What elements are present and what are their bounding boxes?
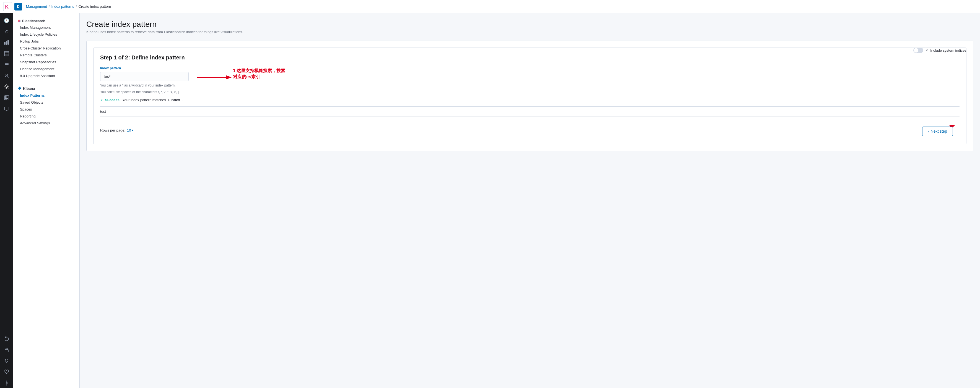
success-label: Success!: [105, 98, 121, 102]
lock-icon[interactable]: [2, 345, 12, 355]
content-area: Create index pattern Kibana uses index p…: [80, 13, 980, 388]
sidebar: Elasticsearch Index Management Index Lif…: [13, 13, 80, 388]
kibana-section-title: ❖ Kibana: [13, 84, 80, 92]
svg-rect-16: [5, 98, 8, 99]
table-row: test: [100, 107, 959, 117]
svg-rect-10: [5, 64, 9, 65]
svg-rect-9: [5, 63, 9, 63]
breadcrumb: Management / Index patterns / Create ind…: [26, 5, 111, 9]
sidebar-item-index-lifecycle-policies[interactable]: Index Lifecycle Policies: [13, 31, 80, 38]
kibana-title: Kibana: [23, 87, 35, 91]
step-title: Step 1 of 2: Define index pattern: [100, 54, 959, 61]
content-panel: ✕ Include system indices Step 1 of 2: De…: [86, 41, 974, 151]
system-indices-toggle[interactable]: [913, 48, 923, 53]
rows-value: 10: [127, 128, 131, 132]
sidebar-item-spaces[interactable]: Spaces: [13, 106, 80, 113]
system-indices-label: Include system indices: [930, 48, 966, 52]
kibana-icon: ❖: [18, 86, 21, 91]
sidebar-item-index-patterns[interactable]: Index Patterns: [13, 92, 80, 99]
annotation-arrow-1: [194, 69, 277, 91]
page-subtitle: Kibana uses index patterns to retrieve d…: [86, 30, 974, 34]
elasticsearch-title: Elasticsearch: [22, 19, 45, 23]
field-hint-2: You can't use spaces or the characters \…: [100, 90, 959, 95]
success-message: ✓ Success! Your index pattern matches 1 …: [100, 98, 959, 102]
sidebar-item-rollup-jobs[interactable]: Rollup Jobs: [13, 38, 80, 45]
breadcrumb-sep-2: /: [76, 5, 77, 9]
monitor-icon[interactable]: [2, 104, 12, 114]
user-icon[interactable]: [2, 71, 12, 81]
rows-label: Rows per page:: [100, 128, 125, 132]
success-check-icon: ✓: [100, 98, 103, 102]
main-layout: 🕐 ⊙: [0, 13, 980, 388]
field-label: Index pattern: [100, 67, 959, 70]
svg-rect-3: [6, 41, 7, 44]
annotation-1-container: 1 这里支持模糊搜索，搜索对应的es索引: [194, 69, 277, 92]
sidebar-item-upgrade-assistant[interactable]: 8.0 Upgrade Assistant: [13, 73, 80, 79]
icon-rail: 🕐 ⊙: [0, 13, 13, 388]
breadcrumb-management[interactable]: Management: [26, 5, 47, 9]
canvas-icon[interactable]: [2, 93, 12, 103]
sidebar-item-reporting[interactable]: Reporting: [13, 113, 80, 120]
next-step-button[interactable]: › Next step: [922, 127, 953, 136]
input-row: 1 这里支持模糊搜索，搜索对应的es索引: [100, 72, 959, 81]
refresh-icon[interactable]: [2, 334, 12, 344]
svg-text:K: K: [5, 4, 9, 10]
sidebar-item-remote-clusters[interactable]: Remote Clusters: [13, 52, 80, 59]
sidebar-item-saved-objects[interactable]: Saved Objects: [13, 99, 80, 106]
system-indices-toggle-area: ✕ Include system indices: [913, 48, 966, 53]
sidebar-item-cross-cluster-replication[interactable]: Cross-Cluster Replication: [13, 45, 80, 52]
chevron-down-icon: ▾: [132, 128, 134, 132]
svg-rect-11: [5, 66, 9, 67]
svg-point-20: [6, 382, 8, 384]
settings-icon[interactable]: [2, 378, 12, 388]
page-title-area: Create index pattern Kibana uses index p…: [86, 20, 974, 34]
next-step-label: Next step: [931, 129, 947, 133]
sidebar-item-advanced-settings[interactable]: Advanced Settings: [13, 120, 80, 127]
heart-icon[interactable]: [2, 367, 12, 377]
sidebar-item-index-management[interactable]: Index Management: [13, 24, 80, 31]
topbar: K D Management / Index patterns / Create…: [0, 0, 980, 13]
svg-rect-15: [5, 97, 6, 98]
rows-dropdown[interactable]: 10 ▾: [127, 128, 133, 132]
success-suffix: .: [182, 98, 183, 102]
table-icon[interactable]: [2, 49, 12, 59]
rows-per-page[interactable]: Rows per page: 10 ▾: [100, 128, 134, 132]
management-icon[interactable]: [2, 82, 12, 92]
chart-icon[interactable]: [2, 38, 12, 48]
match-table: test: [100, 106, 959, 117]
elasticsearch-dot: [18, 20, 21, 22]
elasticsearch-section-title: Elasticsearch: [13, 17, 80, 24]
clock-icon[interactable]: 🕐: [2, 16, 12, 25]
svg-point-13: [6, 86, 8, 88]
svg-rect-19: [5, 350, 8, 352]
chevron-right-icon: ›: [928, 129, 929, 133]
home-icon[interactable]: ⊙: [2, 27, 12, 36]
list-icon[interactable]: [2, 60, 12, 70]
next-step-area: 2 › Next step: [926, 120, 959, 137]
success-count: 1 index: [168, 98, 180, 102]
success-text: Your index pattern matches: [122, 98, 166, 102]
field-hint-1: You can use a * as a wildcard in your in…: [100, 83, 959, 88]
svg-rect-4: [8, 40, 9, 44]
svg-rect-17: [5, 99, 7, 100]
sidebar-separator: [13, 79, 80, 84]
svg-rect-2: [5, 42, 5, 44]
svg-rect-18: [5, 107, 9, 110]
breadcrumb-current: Create index pattern: [79, 5, 111, 9]
bottom-row: Rows per page: 10 ▾: [100, 120, 959, 137]
svg-rect-5: [5, 51, 9, 56]
index-pattern-input[interactable]: [100, 72, 189, 81]
page-title: Create index pattern: [86, 20, 974, 29]
sidebar-item-license-management[interactable]: License Management: [13, 65, 80, 73]
svg-point-12: [6, 74, 8, 76]
user-avatar[interactable]: D: [14, 3, 22, 11]
sidebar-item-snapshot-repositories[interactable]: Snapshot Repositories: [13, 59, 80, 65]
kibana-logo: K: [3, 2, 12, 11]
bulb-icon[interactable]: [2, 356, 12, 366]
step-card: Step 1 of 2: Define index pattern Index …: [93, 48, 966, 144]
breadcrumb-sep-1: /: [49, 5, 50, 9]
toggle-x-icon: ✕: [926, 49, 928, 52]
breadcrumb-index-patterns[interactable]: Index patterns: [51, 5, 74, 9]
